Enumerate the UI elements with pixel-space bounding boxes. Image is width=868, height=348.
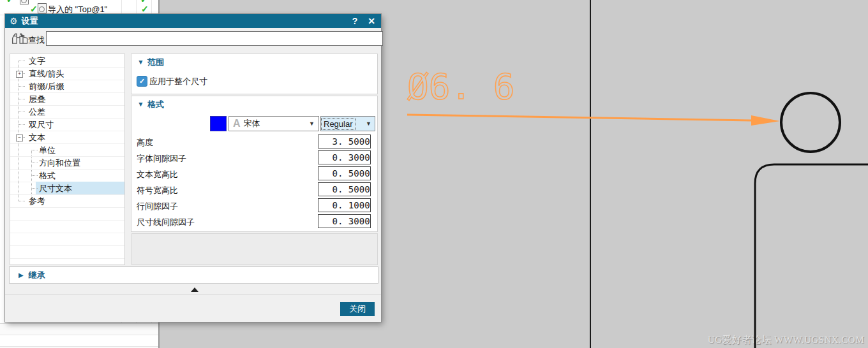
navigator-row-imported-top[interactable]: ✓ 导入的 "Top@1" ✓ — [0, 3, 158, 15]
field-label: 符号宽高比 — [137, 185, 178, 196]
format-section-header[interactable]: ▼格式 — [137, 99, 164, 110]
tree-item-4[interactable]: 层叠 — [10, 92, 124, 106]
tree-item-label: 方向和位置 — [39, 157, 80, 169]
tree-item-8[interactable]: 单位 — [10, 143, 124, 157]
format-field-row: 文本宽高比0. 50000 — [131, 166, 377, 182]
tree-connector — [31, 150, 38, 150]
tree-connector — [19, 61, 25, 61]
tree-empty-row — [10, 233, 124, 246]
format-field-row: 字体间隙因子0. 30000 — [131, 150, 377, 166]
tree-connector — [19, 112, 25, 112]
font-dropdown[interactable]: A 宋体 ▼ — [228, 116, 319, 131]
tree-item-label: 公差 — [29, 106, 45, 118]
binoculars-icon — [11, 32, 28, 48]
tree-item-10[interactable]: 格式 — [10, 169, 124, 182]
tree-empty-row — [10, 258, 124, 265]
tree-empty-row — [10, 207, 124, 221]
field-value: 0. 30000 — [333, 152, 371, 163]
font-style-dropdown[interactable]: Regular ▼ — [320, 116, 375, 131]
tree-expander-icon[interactable]: − — [16, 134, 23, 141]
navigator-row[interactable] — [0, 335, 158, 347]
field-value: 3. 50000 — [333, 136, 371, 147]
tree-empty-row — [10, 245, 124, 259]
tree-expander-icon[interactable]: + — [16, 71, 23, 78]
field-value-input[interactable]: 0. 50000 — [318, 182, 371, 196]
tree-item-label: 前缀/后缀 — [29, 81, 64, 92]
font-style-value: Regular — [322, 119, 355, 129]
tree-item-label: 直线/箭头 — [29, 68, 64, 80]
range-section-header[interactable]: ▼范围 — [137, 57, 164, 68]
tree-item-label: 文字 — [29, 55, 45, 67]
tree-item-9[interactable]: 方向和位置 — [10, 156, 124, 170]
tree-item-11[interactable]: 尺寸文本 — [10, 182, 124, 195]
dimension-arrowhead — [751, 115, 780, 126]
tree-item-3[interactable]: 前缀/后缀 — [10, 80, 124, 93]
tree-item-7[interactable]: −文本 — [10, 131, 124, 144]
tree-connector — [31, 175, 38, 176]
tree-item-label: 尺寸文本 — [39, 183, 72, 194]
tree-connector — [19, 124, 25, 125]
tree-connector — [31, 163, 38, 163]
format-field-row: 高度3. 50000 — [131, 134, 377, 150]
tree-item-12[interactable]: 参考 — [10, 194, 124, 208]
tree-empty-row — [10, 220, 124, 233]
help-button[interactable]: ? — [347, 14, 363, 28]
format-field-row: 行间隙因子0. 10000 — [131, 198, 377, 214]
tree-item-6[interactable]: 双尺寸 — [10, 118, 124, 131]
inherit-section-header[interactable]: ▶ 继承 — [9, 266, 378, 284]
tree-item-label: 双尺寸 — [29, 119, 54, 131]
gear-icon: ⚙ — [10, 17, 18, 25]
find-label: 查找 — [28, 34, 45, 46]
up-to-date-check-icon: ✓ — [141, 4, 149, 13]
dimension-leader-line[interactable] — [407, 115, 752, 120]
field-value: 0. 50000 — [333, 168, 371, 178]
apply-to-entire-dimension-label: 应用于整个尺寸 — [149, 76, 207, 87]
dimension-text[interactable]: Ø6. 6 — [407, 66, 515, 107]
font-name: 宋体 — [244, 118, 260, 129]
tree-item-5[interactable]: 公差 — [10, 105, 124, 119]
field-label: 高度 — [137, 137, 153, 149]
format-field-row: 符号宽高比0. 50000 — [131, 182, 377, 198]
range-group: ▼范围 ✓ 应用于整个尺寸 — [131, 54, 378, 94]
tree-item-2[interactable]: +直线/箭头 — [10, 67, 124, 80]
field-value-input[interactable]: 0. 30000 — [318, 214, 371, 228]
field-label: 尺寸线间隙因子 — [137, 217, 195, 228]
field-value-input[interactable]: 0. 10000 — [318, 198, 371, 212]
tree-connector — [19, 86, 25, 87]
dialog-collapse-arrow[interactable] — [191, 287, 198, 292]
hole-circle[interactable] — [781, 93, 840, 152]
content-filler-panel — [131, 233, 378, 265]
collapse-triangle-icon: ▼ — [137, 101, 144, 108]
tree-item-label: 单位 — [39, 145, 56, 156]
tree-item-1[interactable]: 文字 — [10, 54, 124, 68]
font-icon: A — [233, 118, 241, 129]
close-icon[interactable]: ✕ — [363, 14, 380, 28]
dialog-title: 设置 — [22, 15, 38, 27]
chevron-down-icon: ▼ — [366, 120, 371, 127]
dialog-titlebar[interactable]: ⚙ 设置 ? ✕ — [5, 14, 381, 28]
find-input[interactable] — [46, 31, 383, 46]
tree-connector — [19, 99, 25, 99]
expand-triangle-icon: ▶ — [19, 272, 24, 279]
tree-item-label: 层叠 — [29, 94, 45, 105]
settings-dialog: ⚙ 设置 ? ✕ 查找 文字+直线/箭头前缀/后缀层叠公差双尺寸−文本单位方向和… — [5, 14, 381, 322]
footer-divider — [5, 294, 381, 295]
navigator-row[interactable] — [0, 323, 158, 335]
field-value-input[interactable]: 3. 50000 — [318, 134, 371, 149]
field-label: 行间隙因子 — [137, 201, 178, 212]
collapse-triangle-icon: ▼ — [137, 59, 144, 66]
field-value-input[interactable]: 0. 50000 — [318, 166, 371, 180]
text-color-swatch[interactable] — [210, 116, 227, 131]
apply-to-entire-dimension-checkbox[interactable]: ✓ — [137, 76, 147, 87]
tree-item-label: 格式 — [39, 170, 56, 182]
tree-connector — [31, 188, 38, 189]
format-group: ▼格式 A 宋体 ▼ Regular ▼ 高度3. 50000字体间隙因子0. … — [131, 96, 378, 232]
tree-connector — [19, 201, 25, 201]
field-label: 字体间隙因子 — [137, 153, 186, 164]
field-value-input[interactable]: 0. 30000 — [318, 150, 371, 164]
chevron-down-icon: ▼ — [309, 120, 315, 127]
find-row: 查找 — [5, 31, 381, 50]
close-button[interactable]: 关闭 — [340, 302, 375, 316]
check-icon: ✓ — [30, 4, 38, 13]
field-value: 0. 50000 — [333, 184, 371, 194]
